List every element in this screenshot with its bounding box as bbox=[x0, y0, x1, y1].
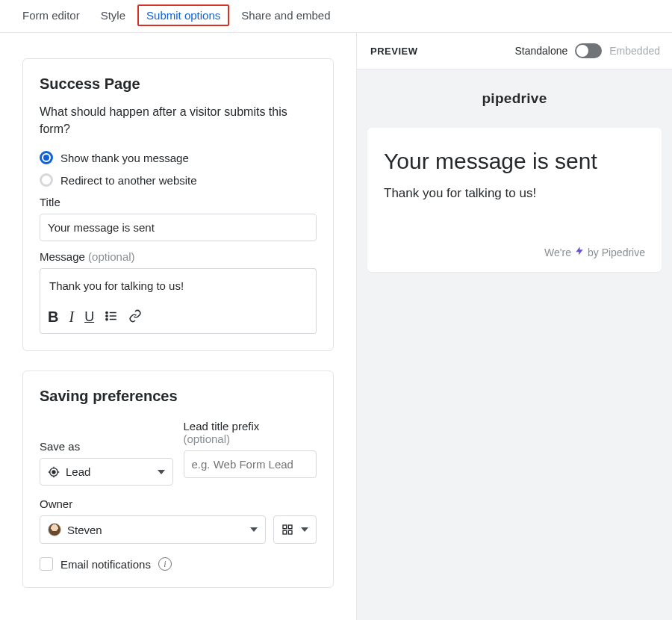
save-as-label: Save as bbox=[40, 420, 173, 453]
success-page-card: Success Page What should happen after a … bbox=[22, 58, 334, 351]
tab-style[interactable]: Style bbox=[101, 9, 125, 22]
svg-rect-13 bbox=[288, 525, 292, 529]
svg-point-7 bbox=[52, 471, 55, 474]
preview-footer: We're by Pipedrive bbox=[384, 246, 645, 258]
radio-icon bbox=[40, 151, 53, 164]
tab-share-embed[interactable]: Share and embed bbox=[241, 9, 330, 22]
svg-rect-15 bbox=[288, 531, 292, 535]
bolt-icon bbox=[574, 246, 585, 258]
radio-label: Redirect to another website bbox=[60, 174, 197, 187]
info-icon[interactable]: i bbox=[158, 557, 172, 571]
grid-icon bbox=[281, 524, 293, 536]
embedded-label: Embedded bbox=[609, 45, 660, 57]
link-icon[interactable] bbox=[128, 309, 142, 325]
prefix-input[interactable] bbox=[184, 450, 317, 478]
radio-label: Show thank you message bbox=[60, 152, 189, 164]
owner-select[interactable]: Steven bbox=[40, 515, 266, 544]
svg-rect-12 bbox=[283, 525, 287, 529]
preview-mode-toggle[interactable] bbox=[575, 43, 602, 58]
message-textarea[interactable]: Thank you for talking to us! bbox=[40, 268, 317, 304]
save-as-value: Lead bbox=[66, 465, 90, 478]
preview-heading: PREVIEW bbox=[370, 46, 417, 57]
success-page-question: What should happen after a visitor submi… bbox=[40, 103, 317, 137]
bullet-list-icon[interactable] bbox=[105, 309, 118, 325]
svg-point-2 bbox=[106, 315, 108, 317]
lead-icon bbox=[48, 466, 60, 478]
chevron-down-icon bbox=[158, 470, 165, 474]
italic-icon[interactable]: I bbox=[69, 309, 74, 326]
svg-point-4 bbox=[106, 319, 108, 320]
owner-label: Owner bbox=[40, 497, 317, 510]
preview-message: Thank you for talking to us! bbox=[384, 186, 645, 201]
layout-button[interactable] bbox=[273, 515, 317, 544]
title-input[interactable] bbox=[40, 214, 317, 241]
underline-icon[interactable]: U bbox=[84, 309, 94, 325]
radio-icon bbox=[40, 173, 53, 187]
tab-form-editor[interactable]: Form editor bbox=[22, 9, 80, 22]
tab-bar: Form editor Style Submit options Share a… bbox=[0, 0, 672, 33]
saving-preferences-card: Saving preferences Save as Lead Lead tit… bbox=[22, 371, 334, 588]
prefix-label: Lead title prefix (optional) bbox=[184, 420, 317, 445]
saving-preferences-heading: Saving preferences bbox=[40, 388, 317, 405]
tab-submit-options[interactable]: Submit options bbox=[137, 4, 229, 26]
success-page-heading: Success Page bbox=[40, 75, 317, 93]
preview-card: Your message is sent Thank you for talki… bbox=[367, 128, 662, 272]
preview-bar: PREVIEW Standalone Embedded bbox=[357, 33, 672, 69]
email-notifications-label: Email notifications bbox=[60, 558, 151, 571]
preview-surface: pipedrive Your message is sent Thank you… bbox=[357, 69, 672, 620]
chevron-down-icon bbox=[250, 527, 258, 532]
radio-thank-you[interactable]: Show thank you message bbox=[40, 151, 317, 164]
save-as-select[interactable]: Lead bbox=[40, 458, 173, 486]
standalone-label: Standalone bbox=[514, 45, 567, 57]
bold-icon[interactable]: B bbox=[48, 309, 58, 326]
message-editor: Thank you for talking to us! B I U bbox=[40, 268, 317, 334]
avatar-icon bbox=[48, 523, 61, 536]
owner-value: Steven bbox=[67, 524, 102, 536]
message-label: Message (optional) bbox=[40, 250, 317, 263]
chevron-down-icon bbox=[301, 527, 308, 532]
svg-rect-14 bbox=[283, 531, 287, 535]
brand-logo: pipedrive bbox=[367, 90, 662, 107]
title-label: Title bbox=[40, 196, 317, 208]
svg-point-0 bbox=[106, 312, 108, 314]
email-notifications-checkbox[interactable] bbox=[40, 557, 53, 571]
radio-redirect[interactable]: Redirect to another website bbox=[40, 173, 317, 187]
preview-title: Your message is sent bbox=[384, 149, 645, 174]
